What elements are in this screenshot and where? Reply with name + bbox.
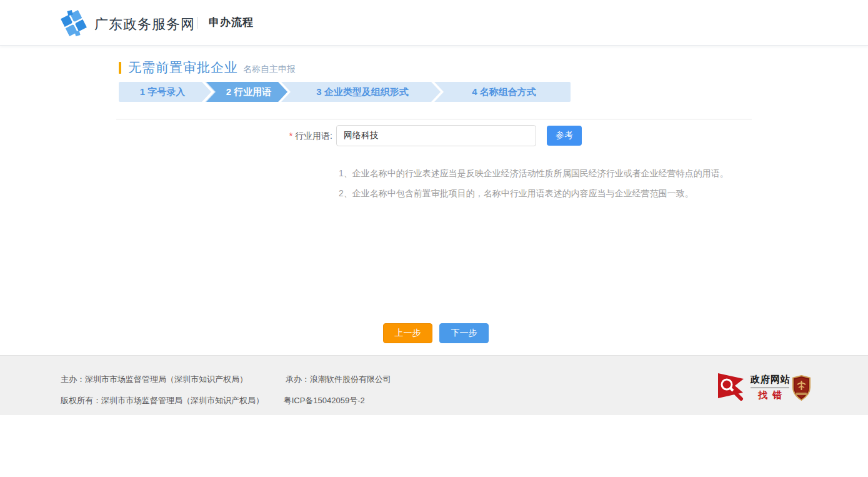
step-tab-4[interactable]: 4 名称组合方式 — [437, 82, 571, 102]
step-tab-3[interactable]: 3 企业类型及组织形式 — [287, 82, 437, 102]
step-label: 2 行业用语 — [226, 86, 272, 98]
help-note-2: 2、企业名称中包含前置审批项目的，名称中行业用语表述的内容应当与企业经营范围一致… — [339, 189, 739, 198]
step-label: 4 名称组合方式 — [472, 86, 536, 98]
reference-button[interactable]: 参考 — [547, 126, 582, 146]
step-progress-bar: 1 字号录入 2 行业用语 3 企业类型及组织形式 4 名称组合方式 — [119, 82, 571, 102]
error-report-text: 政府网站 找错 — [751, 374, 789, 401]
step-tab-1[interactable]: 1 字号录入 — [119, 82, 206, 102]
prev-step-button[interactable]: 上一步 — [383, 323, 432, 343]
gov-shield-badge-icon[interactable] — [792, 375, 811, 403]
title-accent-bar — [119, 62, 121, 74]
footer-line-2: 版权所有：深圳市市场监督管理局（深圳市知识产权局） 粤ICP备15042059号… — [61, 395, 365, 406]
required-asterisk: * — [289, 131, 292, 141]
footer-undertaker: 承办：浪潮软件股份有限公司 — [286, 374, 391, 384]
action-buttons: 上一步 下一步 — [383, 323, 489, 343]
header: 广东政务服务网 申办流程 — [0, 0, 868, 46]
step-label: 1 字号录入 — [140, 86, 186, 98]
brand-logo-icon — [61, 10, 87, 39]
industry-term-form-row: *行业用语: 参考 — [116, 125, 752, 146]
footer-icp-link[interactable]: 粤ICP备15042059号-2 — [284, 396, 365, 405]
error-report-rule — [751, 388, 789, 388]
field-label-text: 行业用语: — [295, 131, 332, 141]
footer: 主办：深圳市市场监督管理局（深圳市知识产权局） 承办：浪潮软件股份有限公司 版权… — [0, 355, 868, 415]
error-report-flag-icon — [717, 371, 747, 403]
content-divider — [116, 119, 752, 119]
page-title-row: 无需前置审批企业 名称自主申报 — [119, 59, 296, 76]
page-title: 无需前置审批企业 — [128, 59, 238, 76]
footer-line-1: 主办：深圳市市场监督管理局（深圳市知识产权局） 承办：浪潮软件股份有限公司 — [61, 374, 391, 385]
industry-term-label: *行业用语: — [116, 125, 332, 146]
error-report-action: 找错 — [751, 389, 789, 401]
site-error-report-badge[interactable]: 政府网站 找错 — [717, 371, 789, 403]
header-divider — [197, 17, 198, 29]
brand-name: 广东政务服务网 — [94, 15, 195, 34]
header-section-title: 申办流程 — [209, 15, 254, 29]
footer-host: 主办：深圳市市场监督管理局（深圳市知识产权局） — [61, 374, 247, 384]
step-tab-2-active[interactable]: 2 行业用语 — [206, 82, 287, 102]
footer-copyright: 版权所有：深圳市市场监督管理局（深圳市知识产权局） — [61, 396, 264, 405]
main-content: 无需前置审批企业 名称自主申报 1 字号录入 2 行业用语 3 企业类型及组织形… — [116, 45, 752, 355]
industry-term-input[interactable] — [336, 125, 536, 146]
brand-link[interactable]: 广东政务服务网 — [61, 10, 195, 39]
page: 广东政务服务网 申办流程 无需前置审批企业 名称自主申报 1 字号录入 2 行业… — [0, 0, 868, 477]
page-subtitle: 名称自主申报 — [243, 64, 296, 75]
help-note-1: 1、企业名称中的行业表述应当是反映企业经济活动性质所属国民经济行业或者企业经营特… — [339, 169, 739, 178]
help-notes: 1、企业名称中的行业表述应当是反映企业经济活动性质所属国民经济行业或者企业经营特… — [339, 169, 739, 209]
error-report-title: 政府网站 — [751, 374, 789, 386]
next-step-button[interactable]: 下一步 — [439, 323, 489, 343]
step-label: 3 企业类型及组织形式 — [316, 86, 409, 98]
